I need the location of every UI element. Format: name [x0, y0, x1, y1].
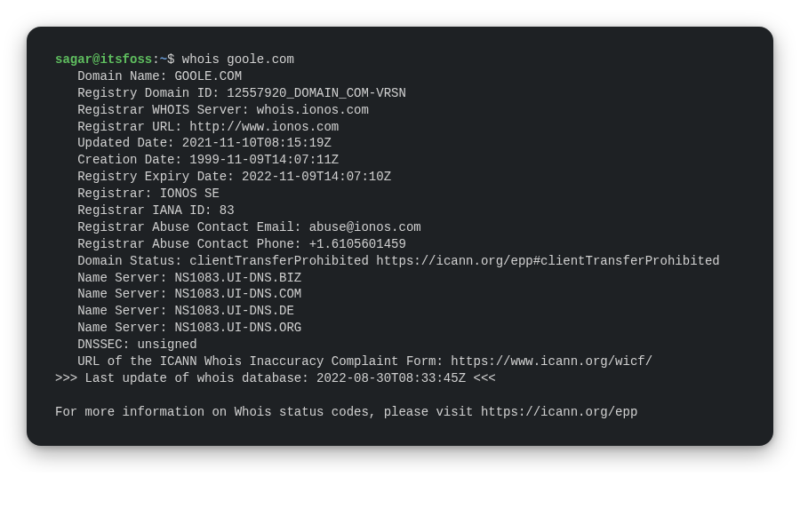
prompt-separator: : — [152, 52, 159, 67]
output-abuse-email: Registrar Abuse Contact Email: abuse@ion… — [55, 219, 745, 236]
output-icann-form: URL of the ICANN Whois Inaccuracy Compla… — [55, 353, 745, 370]
output-domain-name: Domain Name: GOOLE.COM — [55, 68, 745, 85]
output-abuse-phone: Registrar Abuse Contact Phone: +1.610560… — [55, 236, 745, 253]
output-footer: For more information on Whois status cod… — [55, 404, 745, 421]
output-iana-id: Registrar IANA ID: 83 — [55, 202, 745, 219]
output-whois-server: Registrar WHOIS Server: whois.ionos.com — [55, 102, 745, 119]
command-text: whois goole.com — [182, 52, 294, 67]
output-ns3: Name Server: NS1083.UI-DNS.DE — [55, 303, 745, 320]
output-expiry-date: Registry Expiry Date: 2022-11-09T14:07:1… — [55, 169, 745, 186]
terminal-window[interactable]: sagar@itsfoss:~$ whois goole.com Domain … — [27, 27, 773, 446]
output-registrar: Registrar: IONOS SE — [55, 186, 745, 202]
output-last-update: >>> Last update of whois database: 2022-… — [55, 370, 745, 387]
output-creation-date: Creation Date: 1999-11-09T14:07:11Z — [55, 152, 745, 169]
output-ns1: Name Server: NS1083.UI-DNS.BIZ — [55, 270, 745, 287]
output-registrar-url: Registrar URL: http://www.ionos.com — [55, 119, 745, 136]
prompt-path: ~ — [160, 52, 167, 67]
output-blank — [55, 387, 745, 404]
output-domain-status: Domain Status: clientTransferProhibited … — [55, 253, 745, 270]
output-registry-id: Registry Domain ID: 12557920_DOMAIN_COM-… — [55, 85, 745, 102]
output-ns4: Name Server: NS1083.UI-DNS.ORG — [55, 320, 745, 337]
output-dnssec: DNSSEC: unsigned — [55, 337, 745, 353]
prompt-symbol: $ — [167, 52, 174, 67]
prompt-line: sagar@itsfoss:~$ whois goole.com — [55, 52, 294, 67]
output-updated-date: Updated Date: 2021-11-10T08:15:19Z — [55, 135, 745, 152]
output-ns2: Name Server: NS1083.UI-DNS.COM — [55, 286, 745, 303]
prompt-user: sagar@itsfoss — [55, 52, 152, 67]
